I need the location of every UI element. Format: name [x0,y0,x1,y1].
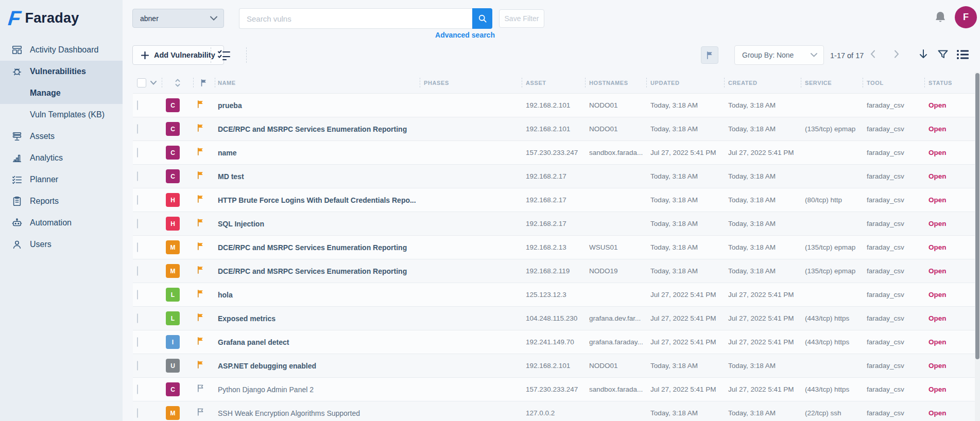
sidebar-item-reports[interactable]: Reports [0,190,123,212]
vulnerability-name-link[interactable]: Grafana panel detect [215,338,420,346]
sidebar-item-users[interactable]: Users [0,234,123,255]
sidebar-item-analytics[interactable]: Analytics [0,147,123,169]
select-menu-chevron-icon[interactable] [150,81,157,85]
bulk-edit-button[interactable] [217,49,231,61]
advanced-search-link[interactable]: Advanced search [432,31,498,39]
table-row[interactable]: C prueba 192.168.2.101 NODO01 Today, 3:1… [133,93,976,117]
row-checkbox[interactable] [137,290,138,300]
table-row[interactable]: M DCE/RPC and MSRPC Services Enumeration… [133,235,976,259]
row-checkbox[interactable] [137,195,138,205]
column-header-status[interactable]: STATUS [924,72,976,93]
status-badge[interactable]: Open [924,125,976,133]
table-row[interactable]: C MD test 192.168.2.17 Today, 3:18 AM To… [133,164,976,188]
table-row[interactable]: C DCE/RPC and MSRPC Services Enumeration… [133,117,976,141]
table-row[interactable]: H HTTP Brute Force Logins With Default C… [133,188,976,212]
column-header-hostnames[interactable]: HOSTNAMES [585,72,646,93]
status-badge[interactable]: Open [924,196,976,204]
row-flag-toggle[interactable] [193,266,215,276]
status-badge[interactable]: Open [924,291,976,299]
column-header-updated[interactable]: UPDATED [646,72,724,93]
row-flag-toggle[interactable] [193,147,215,158]
table-row[interactable]: C Python Django Admin Panel 2 157.230.23… [133,377,976,401]
row-flag-toggle[interactable] [193,360,215,371]
row-flag-toggle[interactable] [193,242,215,253]
vulnerability-name-link[interactable]: SSH Weak Encryption Algorithms Supported [215,409,420,417]
row-checkbox[interactable] [137,148,138,157]
vulnerability-name-link[interactable]: SQL Injection [215,220,420,228]
status-badge[interactable]: Open [924,172,976,180]
column-header-name[interactable]: NAME [215,72,420,93]
vulnerability-name-link[interactable]: HTTP Brute Force Logins With Default Cre… [215,196,420,204]
sidebar-item-vulnerabilities[interactable]: Vulnerabilities [0,61,123,82]
vulnerability-name-link[interactable]: prueba [215,101,420,110]
row-checkbox[interactable] [137,384,138,394]
status-badge[interactable]: Open [924,362,976,370]
table-row[interactable]: L Exposed metrics 104.248.115.230 grafan… [133,306,976,330]
status-badge[interactable]: Open [924,220,976,227]
row-checkbox[interactable] [137,124,138,134]
notifications-bell-button[interactable] [934,11,947,24]
row-flag-toggle[interactable] [193,289,215,300]
sidebar-item-vuln-templates[interactable]: Vuln Templates (KB) [0,104,123,126]
row-checkbox[interactable] [137,100,138,110]
search-button[interactable] [472,8,492,29]
flag-column-header[interactable] [193,72,215,93]
vulnerability-name-link[interactable]: DCE/RPC and MSRPC Services Enumeration R… [215,125,420,133]
column-header-service[interactable]: SERVICE [801,72,863,93]
vulnerability-name-link[interactable]: Exposed metrics [215,314,420,323]
row-flag-toggle[interactable] [193,313,215,324]
next-page-button[interactable] [894,50,899,60]
group-by-select[interactable]: Group By: None [734,45,824,65]
column-header-phases[interactable]: PHASES [420,72,522,93]
table-row[interactable]: L hola 125.123.12.3 Jul 27, 2022 5:41 PM… [133,283,976,306]
scrollbar-thumb[interactable] [975,73,979,359]
table-row[interactable]: H SQL Injection 192.168.2.17 Today, 3:18… [133,212,976,235]
vulnerability-name-link[interactable]: DCE/RPC and MSRPC Services Enumeration R… [215,267,420,275]
user-avatar[interactable]: F [955,6,977,28]
row-checkbox[interactable] [137,219,138,229]
row-checkbox[interactable] [137,337,138,347]
row-checkbox[interactable] [137,266,138,276]
status-badge[interactable]: Open [924,409,976,417]
row-flag-toggle[interactable] [193,218,215,229]
row-flag-toggle[interactable] [193,337,215,347]
sidebar-item-automation[interactable]: Automation [0,212,123,234]
filter-button[interactable] [937,48,950,62]
table-row[interactable]: I Grafana panel detect 192.241.149.70 gr… [133,330,976,354]
table-row[interactable]: M SSH Weak Encryption Algorithms Support… [133,401,976,421]
save-filter-button[interactable]: Save Filter [499,9,544,28]
row-flag-toggle[interactable] [193,195,215,205]
prev-page-button[interactable] [870,50,875,60]
row-flag-toggle[interactable] [193,408,215,418]
vulnerability-name-link[interactable]: name [215,149,420,157]
row-checkbox[interactable] [137,361,138,371]
status-badge[interactable]: Open [924,101,976,109]
row-checkbox[interactable] [137,408,138,418]
vulnerability-name-link[interactable]: hola [215,291,420,299]
sidebar-item-manage[interactable]: Manage [0,82,123,104]
column-header-tool[interactable]: TOOL [863,72,924,93]
row-flag-toggle[interactable] [193,124,215,134]
download-button[interactable] [917,48,931,62]
status-badge[interactable]: Open [924,149,976,156]
severity-sort-button[interactable] [162,72,193,93]
table-row[interactable]: M DCE/RPC and MSRPC Services Enumeration… [133,259,976,283]
row-flag-toggle[interactable] [193,384,215,395]
sidebar-item-activity-dashboard[interactable]: Activity Dashboard [0,39,123,61]
workspace-selector[interactable]: abner [132,9,224,28]
flag-filter-button[interactable] [701,46,718,64]
status-badge[interactable]: Open [924,267,976,275]
row-checkbox[interactable] [137,171,138,181]
column-header-asset[interactable]: ASSET [522,72,585,93]
select-all-checkbox[interactable] [137,78,146,87]
vulnerability-name-link[interactable]: DCE/RPC and MSRPC Services Enumeration R… [215,243,420,252]
row-checkbox[interactable] [137,242,138,252]
vulnerability-name-link[interactable]: Python Django Admin Panel 2 [215,385,420,394]
table-row[interactable]: U ASP.NET debugging enabled 192.168.2.10… [133,354,976,377]
vulnerability-name-link[interactable]: MD test [215,172,420,181]
status-badge[interactable]: Open [924,243,976,251]
vulnerability-name-link[interactable]: ASP.NET debugging enabled [215,362,420,370]
search-input[interactable] [239,8,472,29]
row-flag-toggle[interactable] [193,100,215,111]
table-row[interactable]: C name 157.230.233.247 sandbox.farada...… [133,141,976,164]
